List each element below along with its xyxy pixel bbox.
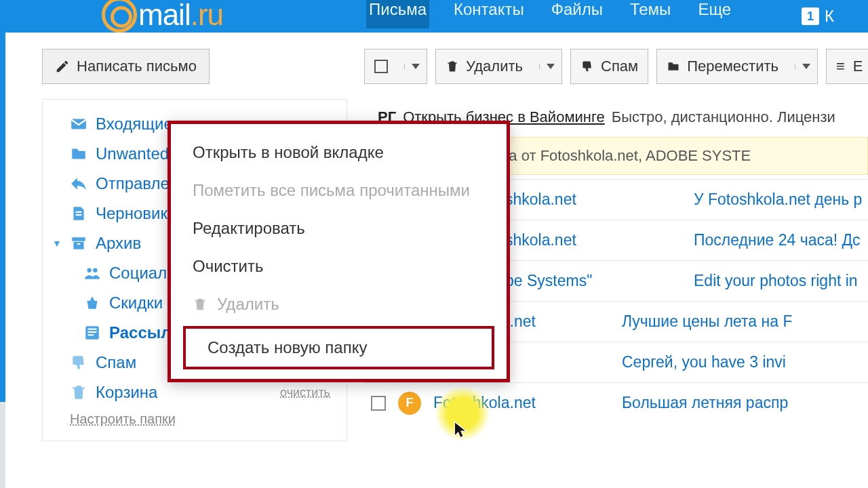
delete-button[interactable]: Удалить	[435, 49, 562, 84]
select-all-button[interactable]	[364, 49, 427, 84]
context-item-label: Пометить все письма прочитанными	[193, 181, 470, 200]
context-item[interactable]: Создать новую папку	[183, 326, 494, 369]
envelope-icon	[70, 115, 87, 133]
chevron-down-icon	[547, 64, 555, 69]
compose-label: Написать письмо	[77, 58, 197, 75]
svg-rect-5	[88, 329, 97, 330]
more-label: Е	[853, 58, 863, 75]
sender[interactable]: be Systems"	[505, 272, 682, 290]
context-item-label: Редактировать	[193, 219, 305, 238]
folder-label: Unwanted	[96, 144, 169, 163]
cleanup-link[interactable]: очистить	[280, 386, 330, 400]
folder-icon	[667, 60, 680, 73]
context-item[interactable]: Открыть в новой вкладке	[171, 134, 507, 171]
svg-rect-6	[88, 331, 97, 333]
basket-icon	[83, 294, 101, 312]
folder-label: Скидки	[109, 293, 163, 312]
select-dropdown[interactable]	[404, 64, 427, 69]
folder-label: Социаль	[109, 264, 176, 283]
spam-button[interactable]: Спам	[570, 49, 648, 84]
row-checkbox[interactable]	[371, 396, 386, 411]
badge-number: 1	[802, 7, 819, 25]
subject[interactable]: Сергей, you have 3 invi	[622, 353, 868, 371]
context-item[interactable]: Редактировать	[171, 209, 507, 247]
context-menu: Открыть в новой вкладкеПометить все пись…	[167, 121, 510, 382]
nav-files[interactable]: Файлы	[549, 0, 606, 28]
thumbdown-icon	[580, 60, 594, 73]
logo-text: mail.ru	[138, 0, 223, 32]
expand-icon[interactable]: ▼	[52, 238, 62, 249]
ad-text: Быстро, дистанционно. Лицензи	[612, 108, 835, 126]
svg-point-3	[93, 268, 98, 272]
context-item: Удалить	[171, 285, 507, 323]
folder-label: Корзина	[96, 383, 157, 402]
chevron-down-icon	[802, 64, 810, 69]
context-item-label: Удалить	[217, 295, 279, 314]
trash-icon	[446, 60, 459, 73]
badge-text: К	[825, 7, 834, 26]
delete-label: Удалить	[466, 58, 523, 75]
context-item[interactable]: Очистить	[171, 247, 507, 285]
header: mail.ru Письма Контакты Файлы Темы Еще 1…	[0, 0, 868, 33]
cursor-icon	[453, 420, 471, 443]
folder-label: Архив	[96, 234, 141, 253]
svg-rect-7	[88, 334, 94, 336]
delete-dropdown[interactable]	[539, 64, 561, 69]
subject[interactable]: Edit your photos right in	[694, 272, 868, 290]
context-item-label: Очистить	[193, 257, 263, 276]
reply-icon	[70, 175, 87, 192]
avatar: F	[398, 392, 421, 415]
sender[interactable]: Fotoshkola.net	[433, 394, 610, 412]
trash-icon	[193, 297, 208, 312]
folder-label: Спам	[96, 353, 136, 372]
sender[interactable]: shkola.net	[505, 231, 682, 249]
logo[interactable]: mail.ru	[102, 0, 223, 33]
nav-more[interactable]: Еще	[695, 0, 734, 28]
context-item-label: Создать новую папку	[208, 338, 367, 357]
subject[interactable]: Последние 24 часа! Дс	[694, 231, 868, 249]
chevron-down-icon	[412, 64, 420, 69]
subject[interactable]: Большая летняя распр	[622, 394, 868, 412]
svg-point-2	[87, 268, 92, 272]
nav-contacts[interactable]: Контакты	[451, 0, 527, 28]
context-item-label: Открыть в новой вкладке	[193, 143, 384, 162]
folder-label: Отправле	[96, 174, 170, 193]
feed-icon	[83, 324, 101, 342]
thumbdown-icon	[70, 354, 87, 371]
trash-icon	[70, 384, 87, 401]
folder-label: Черновики	[96, 204, 176, 223]
svg-rect-1	[77, 243, 80, 245]
message-row[interactable]: FFotoshkola.netБольшая летняя распр	[364, 382, 868, 423]
more-button[interactable]: ≡ Е	[826, 49, 868, 84]
move-label: Переместить	[687, 58, 778, 75]
at-icon	[102, 0, 137, 33]
spam-label: Спам	[601, 58, 638, 75]
configure-folders-link[interactable]: Настроить папки	[43, 411, 347, 427]
folder-icon	[70, 145, 87, 163]
left-grey-slice	[0, 402, 5, 488]
left-blue-slice	[0, 33, 5, 402]
context-item: Пометить все письма прочитанными	[171, 171, 507, 209]
toolbar: Удалить Спам Переместить ≡ Е	[364, 49, 868, 84]
page-icon	[70, 205, 87, 222]
subject[interactable]: У Fotoshkola.net день р	[694, 190, 868, 209]
nav-themes[interactable]: Темы	[627, 0, 673, 28]
folder-label: Входящие	[96, 115, 173, 134]
archive-icon	[70, 235, 87, 252]
edit-icon	[55, 59, 70, 74]
subject[interactable]: Лучшие цены лета на F	[622, 312, 868, 331]
nav-letters[interactable]: Письма	[366, 0, 429, 28]
compose-button[interactable]: Написать письмо	[42, 49, 210, 84]
sender[interactable]: shkola.net	[505, 190, 682, 209]
header-badge[interactable]: 1 К	[802, 7, 834, 26]
checkbox-icon	[374, 60, 388, 73]
people-icon	[83, 264, 101, 282]
top-nav: Письма Контакты Файлы Темы Еще	[366, 0, 734, 28]
move-button[interactable]: Переместить	[656, 49, 818, 84]
move-dropdown[interactable]	[795, 64, 817, 69]
